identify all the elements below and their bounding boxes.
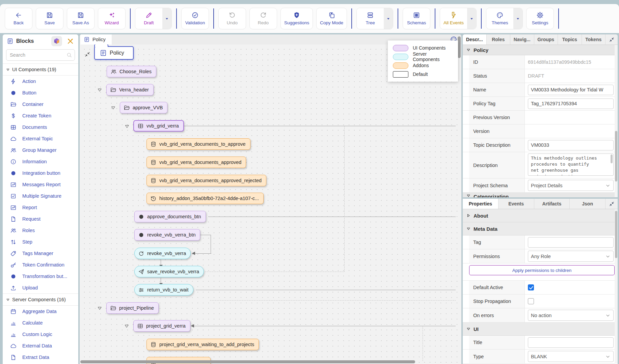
default-active-checkbox[interactable] [528,284,534,290]
canvas-node-vvb-grid-verra-documents-approved-rejected[interactable]: vvb_grid_verra_documents_approved_reject… [146,175,266,186]
legend-item-addons[interactable]: Addons [388,61,458,70]
sidebar-item-integration-button[interactable]: Integration button [3,167,78,179]
canvas-node-approve-vvb[interactable]: approve_VVB [120,102,167,113]
canvas-horizontal-scrollbar[interactable] [80,360,415,363]
canvas-node-project-grid-verra[interactable]: project_grid_verra [133,320,190,332]
settings-button[interactable]: Settings [526,8,554,29]
tab-groups[interactable]: Groups [534,34,558,45]
node-collapse-toggle[interactable] [97,306,103,311]
tab-json[interactable]: Json [570,199,605,209]
textarea-scrollbar[interactable] [611,155,613,163]
canvas-node-project-pipeline[interactable]: project_Pipeline [106,302,159,314]
sidebar-item-calculate[interactable]: Calculate [3,317,78,329]
canvas-node-vvb-grid-verra-documents-approved[interactable]: vvb_grid_verra_documents_approved [146,157,246,168]
topic-description-field[interactable] [528,140,614,150]
stop-propagation-checkbox[interactable] [528,298,534,304]
inspector-scrollbar[interactable] [615,45,618,197]
permissions-select[interactable]: Any Role [528,251,614,262]
sidebar-item-extract-data[interactable]: Extract Data [3,352,78,363]
canvas-node-vvb-grid-verra-documents-to-approve[interactable]: vvb_grid_verra_documents_to_approve [146,138,250,150]
tab-navig[interactable]: Navig... [510,34,534,45]
tab-topics[interactable]: Topics [558,34,582,45]
panel-collapse-button[interactable] [605,199,618,209]
node-collapse-toggle[interactable] [97,87,103,93]
all-events-dropdown-arrow[interactable] [467,8,476,29]
title-field[interactable] [528,337,614,348]
sidebar-item-create-token[interactable]: Create Token [3,110,78,121]
save-as-button[interactable]: Save As [67,8,95,29]
canvas-node-vvb-grid-verra[interactable]: vvb_grid_verra [133,120,184,132]
copy-mode-button[interactable]: Copy Mode [316,8,347,29]
canvas-node-verra-header[interactable]: Verra_header [106,84,154,95]
name-field[interactable] [528,85,614,95]
canvas-node-save-revoke-vvb-verra[interactable]: save_revoke_vvb_verra [134,266,204,277]
sidebar-item-external-data[interactable]: External Data [3,340,78,352]
themes-dropdown-arrow[interactable] [513,8,522,29]
tag-field[interactable] [528,237,614,248]
tab-descr[interactable]: Descr... [463,34,487,45]
undo-button[interactable]: Undo [218,8,246,29]
schemas-button[interactable]: Schemas [403,8,430,29]
apply-permissions-button[interactable]: Apply permissions to children [469,265,615,275]
tab-policy[interactable]: Policy [80,34,112,45]
sidebar-item-roles[interactable]: Roles [3,225,78,236]
description-textarea[interactable] [528,153,614,176]
sidebar-item-messages-report[interactable]: Messages Report [3,179,78,190]
canvas-node-project-grid-verra-waiting-to-add-projects[interactable]: project_grid_verra_waiting_to_add_projec… [146,339,259,350]
section-header-ui-components-19[interactable]: UI Components (19) [3,63,78,76]
policy-tag-field[interactable] [528,99,614,109]
redo-button[interactable]: Redo [249,8,277,29]
sidebar-item-group-manager[interactable]: Group Manager [3,144,78,156]
sidebar-item-request[interactable]: Request [3,213,78,225]
sidebar-item-step[interactable]: Step [3,236,78,248]
tab-roles[interactable]: Roles [487,34,511,45]
tree-button[interactable]: Tree [357,8,384,29]
project-schema-select[interactable]: Project Details [528,180,614,191]
on-errors-select[interactable]: No action [528,310,614,321]
themes-button[interactable]: Themes [486,8,513,29]
sidebar-item-action[interactable]: Action [3,76,78,87]
legend-item-default[interactable]: Default [388,70,458,79]
section-about[interactable]: About [463,209,618,222]
sidebar-item-transformation-but[interactable]: Transformation but... [3,271,78,282]
panel-collapse-button[interactable] [605,34,618,45]
canvas-node-history-addon-35a0bfb0-72a2-4dde-a107-c[interactable]: history_addon_35a0bfb0-72a2-4dde-a107-c.… [146,193,264,204]
tab-events[interactable]: Events [499,199,534,209]
section-categorization[interactable]: Categorization [463,193,618,197]
suggestions-button[interactable]: Suggestions [280,8,313,29]
canvas-node-revoke-vvb-verra[interactable]: revoke_vvb_verra [134,248,191,259]
section-ui[interactable]: UI [463,323,618,336]
section-header-server-components-16[interactable]: Server Components (16) [3,293,78,306]
draft-dropdown-arrow[interactable] [162,8,171,29]
save-button[interactable]: Save [36,8,63,29]
sidebar-item-multiple-signature[interactable]: Multiple Signature [3,190,78,202]
modules-tab-button[interactable] [51,36,62,46]
wizard-button[interactable]: Wizard [98,8,126,29]
node-collapse-toggle[interactable] [125,124,130,129]
section-meta-data[interactable]: Meta Data [463,222,618,235]
sidebar-item-documents[interactable]: Documents [3,121,78,133]
sidebar-item-custom-logic[interactable]: Custom Logic [3,329,78,340]
sidebar-item-button[interactable]: Button [3,87,78,99]
type-select[interactable]: BLANK [528,351,614,362]
search-input[interactable] [6,49,75,61]
tools-tab-button[interactable] [65,36,76,46]
canvas-field[interactable]: PolicyChoose_RolesVerra_headerapprove_VV… [80,45,461,364]
canvas-node-revoke-vvb-verra-btn[interactable]: revoke_vvb_verra_btn [134,229,200,241]
tab-artifacts[interactable]: Artifacts [534,199,570,209]
canvas-node-approve-documents-btn[interactable]: approve_documents_btn [134,211,206,222]
node-collapse-toggle[interactable] [111,105,116,111]
sidebar-item-information[interactable]: Information [3,156,78,167]
legend-item-server-components[interactable]: Server Components [388,52,458,61]
tree-dropdown-arrow[interactable] [384,8,393,29]
canvas-node-return-vvb-to-wait[interactable]: return_vvb_to_wait [134,284,193,296]
canvas-vertical-scrollbar[interactable] [458,36,461,58]
sidebar-item-tags-manager[interactable]: Tags Manager [3,248,78,259]
tab-tokens[interactable]: Tokens [582,34,606,45]
tab-properties[interactable]: Properties [463,199,499,209]
draft-button[interactable]: Draft [135,8,162,29]
node-collapse-toggle[interactable] [124,324,130,329]
all-events-button[interactable]: All Events [440,8,467,29]
canvas-node-policy[interactable]: Policy [94,46,134,60]
sidebar-item-aggregate-data[interactable]: Aggregate Data [3,306,78,317]
